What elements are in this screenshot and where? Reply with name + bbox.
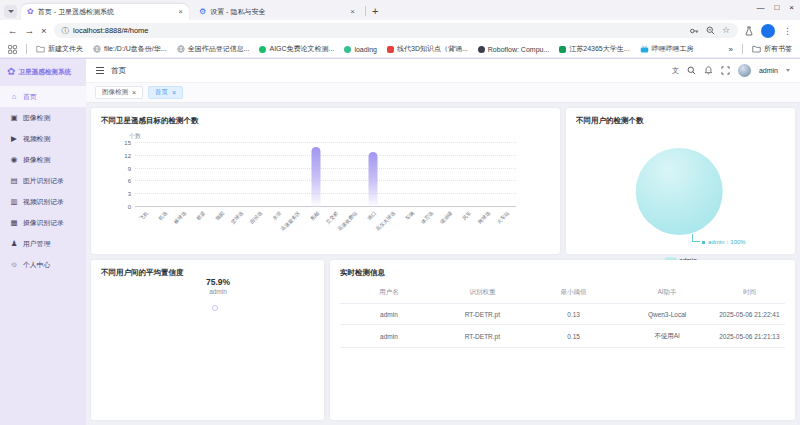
table-cell: RT-DETR.pt — [438, 325, 527, 348]
chevron-down-icon — [8, 10, 14, 13]
experiments-flask-icon[interactable] — [745, 26, 753, 36]
sidebar-item-home[interactable]: ⌂首页 — [0, 86, 86, 107]
browser-address-bar: ← → × ⓘ localhost:8888/#/home ☆ ⋮ — [0, 20, 800, 41]
bilibili-favicon — [640, 45, 649, 53]
search-icon[interactable] — [687, 66, 696, 75]
bookmark-label: 线代3D知识点（背诵... — [397, 44, 468, 54]
x-tick-label: 网球场 — [477, 210, 492, 225]
bookmarks-overflow-chevron[interactable]: » — [729, 45, 733, 54]
gauge-ring — [212, 305, 218, 311]
tab-search-button[interactable] — [4, 5, 17, 18]
sidebar-item-user-manage[interactable]: ♟用户管理 — [0, 233, 86, 254]
fullscreen-icon[interactable] — [721, 66, 730, 75]
camera-detect-icon: ◉ — [10, 156, 18, 164]
bookmark-label: 江苏24365大学生... — [569, 44, 629, 54]
bookmark-item[interactable]: Roboflow: Compu... — [478, 46, 549, 53]
bookmark-star-icon[interactable]: ☆ — [722, 26, 730, 35]
realtime-table-card: 实时检测信息 用户名识别权重最小阈值AI助手时间 adminRT-DETR.pt… — [330, 260, 795, 420]
sidebar-item-image-detect[interactable]: ▣图像检测 — [0, 107, 86, 128]
sidebar-item-camera-detect[interactable]: ◉摄像检测 — [0, 149, 86, 170]
language-icon[interactable]: 文 — [672, 67, 679, 74]
bar-chart-title: 不同卫星遥感目标的检测个数 — [91, 108, 560, 126]
window-minimize-button[interactable]: — — [756, 3, 764, 12]
table-cell: 0.15 — [527, 325, 620, 348]
bookmarks-separator — [26, 44, 27, 54]
logo-text: 卫星遥感检测系统 — [18, 68, 71, 77]
sidebar-item-label: 图片识别记录 — [23, 176, 64, 186]
sidebar-item-video-detect[interactable]: ▶视频检测 — [0, 128, 86, 149]
table-cell: 0.13 — [527, 304, 620, 325]
window-close-button[interactable]: × — [789, 3, 794, 12]
category-slot: 飞机 — [135, 143, 154, 207]
browser-menu-icon[interactable]: ⋮ — [783, 26, 792, 36]
bookmark-item[interactable]: loading — [344, 46, 377, 53]
window-maximize-button[interactable]: □ — [774, 3, 779, 12]
collapse-menu-icon[interactable] — [96, 67, 104, 74]
close-icon[interactable]: × — [172, 89, 176, 96]
y-tick-label: 9 — [128, 165, 131, 171]
video-detect-icon: ▶ — [10, 135, 18, 143]
x-tick-label: 飞机 — [137, 210, 148, 221]
sidebar-item-image-records[interactable]: ▤图片识别记录 — [0, 170, 86, 191]
red-favicon — [387, 46, 394, 53]
category-slot: 篮球场 — [230, 143, 249, 207]
all-bookmarks-button[interactable]: 所有书签 — [752, 44, 792, 54]
browser-tab-settings[interactable]: ⚙ 设置 - 隐私与安全 × — [193, 4, 361, 21]
sidebar-item-label: 视频识别记录 — [23, 197, 64, 207]
stop-reload-button[interactable]: × — [41, 26, 47, 36]
bookmark-item[interactable]: AIGC免费论文检测... — [259, 44, 334, 54]
bar-chart-card: 不同卫星遥感目标的检测个数 个数 03691215飞机机场棒球场桥梁烟囱篮球场田… — [91, 108, 560, 254]
table-cell: 2025-05-06 21:22:41 — [714, 304, 785, 325]
category-slot: 桥梁 — [192, 143, 211, 207]
user-avatar[interactable] — [738, 64, 751, 77]
table-cell: admin — [340, 325, 438, 348]
user-menu-chevron-icon[interactable] — [786, 69, 790, 72]
url-text: localhost:8888/#/home — [73, 26, 148, 35]
forward-button[interactable]: → — [25, 26, 35, 36]
s-favicon — [559, 46, 566, 53]
app-logo[interactable]: ✿ 卫星遥感检测系统 — [0, 59, 86, 86]
back-button[interactable]: ← — [8, 26, 18, 36]
table-cell: 不使用AI — [620, 325, 713, 348]
bookmark-item[interactable]: 新建文件夹 — [36, 44, 83, 54]
bookmark-item[interactable]: 线代3D知识点（背诵... — [387, 44, 468, 54]
browser-tab-home[interactable]: ✿ 首页 - 卫星遥感检测系统 × — [21, 4, 189, 21]
close-tab-icon[interactable]: × — [178, 8, 183, 16]
bell-icon[interactable] — [704, 66, 713, 75]
bar-港口 — [369, 152, 378, 207]
x-tick-label: 高速收费站 — [336, 210, 358, 232]
bookmark-item[interactable]: 哔哩哔哩工房 — [640, 44, 694, 54]
pie-chart-card: 不同用户的检测个数 admin：100% admin — [566, 108, 795, 254]
zoom-icon[interactable] — [706, 26, 715, 35]
category-slot: 网球场 — [478, 143, 497, 207]
passwords-key-icon[interactable] — [689, 26, 699, 36]
close-icon[interactable]: × — [132, 89, 136, 96]
category-slot: 火车站 — [497, 143, 516, 207]
sidebar-item-video-records[interactable]: ▥视频识别记录 — [0, 191, 86, 212]
y-tick-label: 12 — [124, 153, 131, 159]
workspace-tab-image-detect[interactable]: 图像检测 × — [95, 86, 143, 99]
new-tab-button[interactable]: + — [372, 6, 378, 17]
sidebar-item-label: 视频检测 — [23, 134, 50, 144]
table-header-cell: AI助手 — [620, 283, 713, 304]
sidebar-item-camera-records[interactable]: ▦摄像识别记录 — [0, 212, 86, 233]
category-slot: 储油罐 — [440, 143, 459, 207]
browser-profile-avatar[interactable] — [761, 24, 775, 38]
y-tick-label: 3 — [128, 191, 131, 197]
browser-tab-title: 首页 - 卫星遥感检测系统 — [38, 7, 175, 17]
site-info-icon[interactable]: ⓘ — [62, 26, 70, 36]
workspace-tab-home[interactable]: 首页 × — [148, 86, 183, 99]
sidebar: ✿ 卫星遥感检测系统 ⌂首页▣图像检测▶视频检测◉摄像检测▤图片识别记录▥视频识… — [0, 59, 86, 425]
bookmark-item[interactable]: 江苏24365大学生... — [559, 44, 629, 54]
x-tick-label: 篮球场 — [229, 210, 244, 225]
bookmark-item[interactable]: 全国作品登记信息... — [177, 44, 250, 54]
close-tab-icon[interactable]: × — [350, 8, 355, 16]
bookmark-item[interactable]: file:/D:/U盘备份/华... — [93, 44, 167, 54]
sidebar-item-label: 摄像识别记录 — [23, 218, 64, 228]
x-tick-label: 船舶 — [309, 210, 320, 221]
category-slot: 水坝 — [268, 143, 287, 207]
apps-grid-icon[interactable] — [8, 45, 17, 54]
sidebar-item-label: 个人中心 — [23, 260, 50, 270]
sidebar-item-profile[interactable]: ☺个人中心 — [0, 254, 86, 275]
url-field[interactable]: ⓘ localhost:8888/#/home ☆ — [54, 23, 738, 38]
